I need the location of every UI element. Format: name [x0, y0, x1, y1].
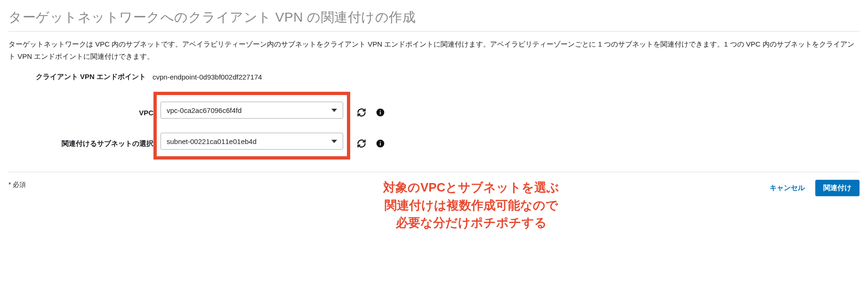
vpc-select-value: vpc-0ca2ac67096c6f4fd	[167, 106, 241, 114]
vpc-actions	[357, 104, 385, 121]
form-area: クライアント VPN エンドポイント cvpn-endpoint-0d93bf0…	[8, 72, 860, 161]
subnet-row: subnet-00221ca011e01eb4d	[161, 133, 343, 150]
svg-rect-4	[380, 143, 381, 145]
annotation-line-1: 対象のVPCとサブネットを選ぶ	[383, 179, 559, 197]
page-title: ターゲットネットワークへのクライアント VPN の関連付けの作成	[8, 8, 860, 26]
chevron-down-icon	[331, 140, 337, 143]
required-note: * 必須	[8, 179, 26, 189]
cancel-button[interactable]: キャンセル	[766, 181, 809, 195]
annotation-line-3: 必要な分だけポチポチする	[383, 214, 559, 232]
subnet-select-value: subnet-00221ca011e01eb4d	[167, 137, 257, 145]
info-icon[interactable]	[376, 139, 385, 148]
endpoint-value: cvpn-endpoint-0d93bf002df227174	[150, 73, 262, 81]
vpc-row: vpc-0ca2ac67096c6f4fd	[161, 102, 343, 119]
svg-rect-2	[380, 110, 381, 111]
chevron-down-icon	[331, 109, 337, 112]
associate-button[interactable]: 関連付け	[815, 180, 860, 196]
info-icon[interactable]	[376, 108, 385, 117]
subnet-label: 関連付けるサブネットの選択	[27, 135, 153, 152]
page-description: ターゲットネットワークは VPC 内のサブネットです。アベイラビリティーゾーン内…	[8, 38, 856, 62]
vpc-label: VPC	[27, 104, 153, 121]
annotation-text: 対象のVPCとサブネットを選ぶ 関連付けは複数作成可能なので 必要な分だけポチポ…	[383, 179, 559, 232]
title-divider	[8, 31, 860, 32]
select-section: VPC 関連付けるサブネットの選択 vpc-0ca2ac67096c6f4fd …	[27, 94, 860, 161]
annotation-line-2: 関連付けは複数作成可能なので	[383, 197, 559, 215]
footer-buttons: キャンセル 関連付け	[766, 179, 860, 196]
annotation-highlight-box: vpc-0ca2ac67096c6f4fd subnet-00221ca011e…	[153, 92, 350, 160]
svg-rect-5	[380, 141, 381, 142]
subnet-actions	[357, 135, 385, 152]
footer-row: * 必須 対象のVPCとサブネットを選ぶ 関連付けは複数作成可能なので 必要な分…	[8, 179, 860, 232]
subnet-select[interactable]: subnet-00221ca011e01eb4d	[161, 133, 343, 150]
svg-rect-1	[380, 112, 381, 114]
vpc-select[interactable]: vpc-0ca2ac67096c6f4fd	[161, 102, 343, 119]
refresh-icon[interactable]	[357, 108, 366, 117]
refresh-icon[interactable]	[357, 139, 366, 148]
endpoint-label: クライアント VPN エンドポイント	[27, 72, 150, 81]
footer-divider	[8, 172, 860, 172]
endpoint-row: クライアント VPN エンドポイント cvpn-endpoint-0d93bf0…	[27, 72, 860, 81]
